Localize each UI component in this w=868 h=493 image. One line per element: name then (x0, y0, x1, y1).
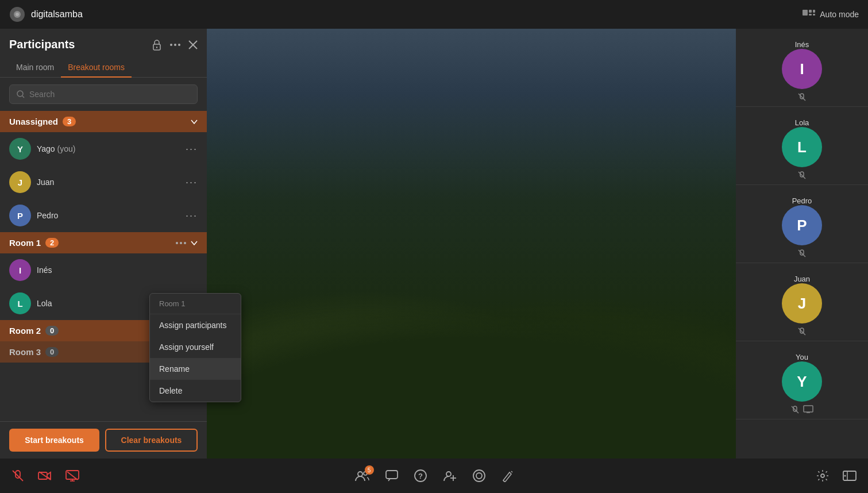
avatar-yago: Y (9, 138, 31, 160)
participant-name-lola: Lola (37, 299, 52, 308)
svg-line-28 (13, 471, 23, 481)
room1-count: 2 (45, 238, 59, 248)
participant-item-yago: Y Yago (you) ··· (0, 132, 207, 165)
right-sidebar: Inés I Lola L Pedro P (736, 29, 868, 459)
main-content: Participants Main room (0, 29, 868, 459)
avatar-ines: I (9, 259, 31, 281)
screen-share-icon-you (803, 405, 813, 413)
svg-rect-3 (803, 10, 808, 16)
mute-icon-lola (797, 171, 807, 180)
svg-point-2 (16, 13, 19, 16)
settings-button[interactable] (816, 469, 829, 482)
mic-button[interactable] (11, 469, 24, 482)
whiteboard-button[interactable] (501, 469, 514, 482)
panel-title: Participants (9, 38, 75, 51)
svg-point-17 (176, 242, 178, 244)
close-icon[interactable] (188, 40, 198, 49)
lock-icon[interactable] (152, 39, 162, 51)
svg-rect-9 (156, 47, 157, 48)
start-breakouts-button[interactable]: Start breakouts (9, 429, 99, 452)
participant-item-pedro: P Pedro ··· (0, 199, 207, 232)
svg-point-40 (446, 472, 451, 476)
room1-header-left: Room 1 2 (9, 238, 59, 248)
svg-rect-5 (809, 14, 812, 16)
dropdown-assign-yourself[interactable]: Assign yourself (150, 336, 241, 358)
participant-item-juan: J Juan ··· (0, 165, 207, 199)
svg-point-50 (844, 475, 846, 477)
svg-rect-37 (386, 471, 398, 479)
participant-name-juan: Juan (37, 178, 54, 187)
sidebar-participant-ines: Inés I (736, 29, 868, 107)
sidebar-avatar-lola: L (782, 127, 822, 167)
qa-button[interactable]: ? (414, 469, 427, 482)
room3-header-left: Room 3 0 (9, 347, 59, 357)
participants-button[interactable]: 5 (354, 470, 369, 482)
chat-button[interactable] (385, 470, 398, 482)
svg-line-45 (503, 480, 505, 482)
sidebar-icons-pedro (797, 249, 807, 258)
sidebar-avatar-pedro: P (782, 205, 822, 245)
mute-icon-ines (797, 93, 807, 102)
sidebar-participant-lola: Lola L (736, 107, 868, 185)
svg-point-18 (180, 242, 182, 244)
participant-left-juan: J Juan (9, 171, 54, 193)
participant-name-yago: Yago (you) (37, 144, 75, 153)
svg-point-47 (821, 474, 824, 477)
svg-point-10 (170, 44, 172, 46)
room1-actions (176, 241, 198, 245)
svg-line-24 (792, 406, 798, 413)
dropdown-assign-participants[interactable]: Assign participants (150, 314, 241, 336)
room1-more-icon[interactable] (176, 242, 186, 244)
avatar-lola: L (9, 292, 31, 314)
search-input[interactable] (29, 90, 190, 99)
svg-point-15 (17, 91, 23, 97)
unassigned-count: 3 (63, 117, 76, 126)
participant-left-pedro: P Pedro (9, 205, 58, 226)
unassigned-label: Unassigned (9, 117, 58, 126)
sidebar-icons-juan (797, 327, 807, 336)
tab-main-room[interactable]: Main room (9, 58, 61, 78)
more-toolbar-button[interactable] (843, 469, 857, 482)
left-panel: Participants Main room (0, 29, 207, 459)
yago-more-btn[interactable]: ··· (186, 144, 198, 154)
mute-icon-juan (797, 327, 807, 336)
bottom-buttons: Start breakouts Clear breakouts (0, 421, 207, 459)
unassigned-header-left: Unassigned 3 (9, 117, 76, 126)
dropdown-rename[interactable]: Rename (150, 358, 241, 380)
screenshare-button[interactable] (65, 470, 79, 482)
tab-breakout-rooms[interactable]: Breakout rooms (61, 58, 132, 78)
svg-rect-29 (38, 472, 47, 479)
svg-point-44 (476, 473, 482, 479)
record-button[interactable] (473, 469, 485, 482)
svg-rect-25 (804, 406, 813, 412)
dropdown-delete[interactable]: Delete (150, 380, 241, 402)
svg-point-19 (184, 242, 186, 244)
sidebar-avatar-ines: I (782, 49, 822, 89)
sidebar-icons-ines (797, 93, 807, 102)
pedro-more-btn[interactable]: ··· (186, 210, 198, 221)
tabs: Main room Breakout rooms (0, 51, 207, 78)
svg-line-20 (798, 94, 805, 101)
room1-header[interactable]: Room 1 2 (0, 232, 207, 253)
svg-point-12 (178, 44, 180, 46)
avatar-pedro: P (9, 205, 31, 226)
clear-breakouts-button[interactable]: Clear breakouts (105, 429, 198, 452)
dropdown-room-label: Room 1 (150, 294, 241, 314)
svg-line-34 (67, 472, 78, 480)
unassigned-header[interactable]: Unassigned 3 (0, 111, 207, 132)
svg-line-21 (798, 172, 805, 179)
svg-line-16 (22, 96, 24, 98)
auto-mode-icon (803, 10, 815, 19)
room2-label: Room 2 (9, 326, 41, 336)
topbar: digitalsamba Auto mode (0, 0, 868, 29)
participant-name-pedro: Pedro (37, 211, 58, 220)
participant-left-yago: Y Yago (you) (9, 138, 75, 160)
participants-badge: 5 (365, 465, 374, 475)
juan-more-btn[interactable]: ··· (186, 177, 198, 187)
camera-button[interactable] (38, 471, 52, 481)
logo-text: digitalsamba (31, 9, 83, 20)
more-options-icon[interactable] (170, 44, 180, 46)
room2-header-left: Room 2 0 (9, 326, 59, 336)
auto-mode-area[interactable]: Auto mode (803, 10, 859, 19)
invite-button[interactable] (443, 469, 457, 482)
